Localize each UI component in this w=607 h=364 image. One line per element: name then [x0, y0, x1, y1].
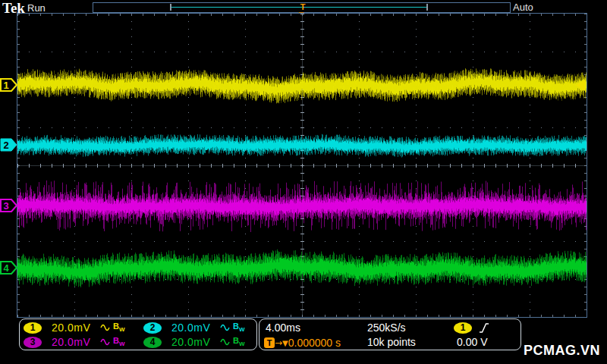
trigger-mode-label: Auto — [513, 2, 533, 13]
record-window-right-bracket — [426, 4, 428, 11]
triangle-down-icon: ▼ — [282, 339, 288, 347]
channel-2-position-marker[interactable]: 2 — [0, 138, 17, 152]
channel-4-badge: 4 — [143, 337, 162, 348]
channel-4-marker-label: 4 — [3, 262, 9, 274]
trigger-t-icon: T — [264, 337, 275, 348]
channel-2-coupling: BW — [220, 322, 245, 333]
trigger-level-arrow[interactable] — [574, 79, 587, 92]
trigger-level-value: 0.00 V — [457, 336, 487, 350]
horizontal-scale: 4.00ms — [266, 322, 300, 335]
sine-wave-icon — [220, 324, 230, 331]
channel-3-readout[interactable]: 3 20.0mV BW — [24, 334, 125, 350]
channel-3-coupling: BW — [100, 336, 125, 347]
channel-3-scale: 20.0mV — [52, 336, 99, 348]
channel-3-marker-label: 3 — [3, 200, 8, 212]
acquisition-status: Run — [27, 2, 46, 14]
record-length: 10k points — [367, 336, 416, 350]
channel-1-position-marker[interactable]: 1 — [0, 78, 17, 92]
waveform-canvas — [17, 14, 587, 317]
sine-wave-icon — [220, 338, 230, 346]
bandwidth-limit-icon: BW — [113, 322, 125, 333]
channel-1-badge: 1 — [24, 322, 42, 334]
bandwidth-limit-icon: BW — [233, 336, 245, 347]
trigger-source-badge: 1 — [454, 322, 472, 334]
sample-rate: 250kS/s — [367, 322, 406, 335]
waveform-display-area[interactable] — [17, 13, 587, 318]
channel-4-scale: 20.0mV — [171, 336, 219, 348]
sine-wave-icon — [100, 324, 110, 331]
channel-2-marker-label: 2 — [3, 140, 8, 151]
channel-1-marker-label: 1 — [3, 80, 8, 91]
channel-2-scale: 20.0mV — [171, 322, 219, 334]
trigger-position-readout: T→▼0.000000 s — [264, 336, 341, 350]
channel-2-readout[interactable]: 2 20.0mV BW — [143, 320, 245, 335]
channel-4-position-marker[interactable]: 4 — [0, 261, 17, 275]
channel-4-coupling: BW — [220, 336, 245, 347]
channel-3-position-marker[interactable]: 3 — [0, 199, 17, 212]
channel-readout-box[interactable]: 1 20.0mV BW 2 20.0mV BW 3 20.0mV BW 4 20… — [19, 318, 257, 350]
bandwidth-limit-icon: BW — [113, 336, 125, 347]
rising-edge-slope-icon — [478, 322, 489, 334]
sine-wave-icon — [100, 338, 110, 346]
channel-1-readout[interactable]: 1 20.0mV BW — [24, 320, 125, 335]
arrow-right-icon: → — [275, 337, 282, 348]
channel-2-badge: 2 — [143, 322, 162, 334]
bandwidth-limit-icon: BW — [233, 322, 245, 333]
channel-1-scale: 20.0mV — [52, 322, 99, 334]
channel-1-coupling: BW — [100, 322, 125, 333]
channel-4-readout[interactable]: 4 20.0mV BW — [143, 334, 245, 350]
horizontal-trigger-readout-box[interactable]: 4.00ms 250kS/s 1 T→▼0.000000 s 10k point… — [259, 318, 521, 350]
watermark: PCMAG.VN — [524, 343, 600, 359]
channel-3-badge: 3 — [24, 337, 42, 348]
record-window-left-bracket — [170, 4, 171, 11]
trigger-position-value: 0.000000 s — [288, 337, 341, 349]
